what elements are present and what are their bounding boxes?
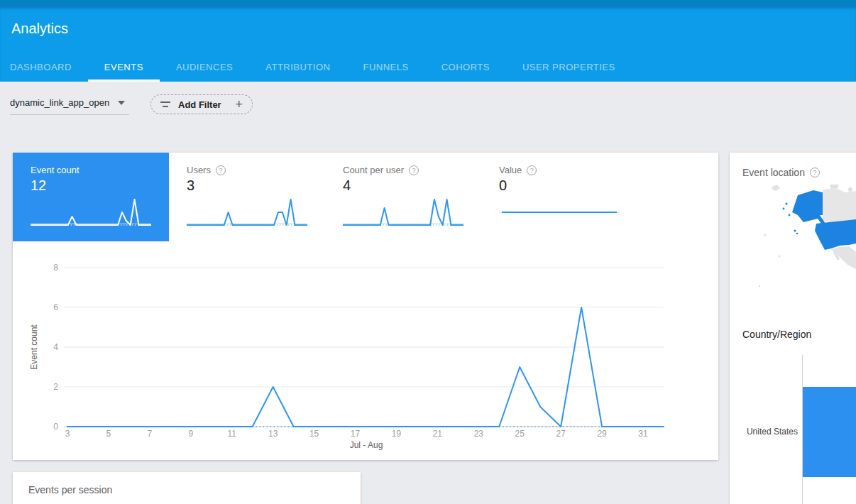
world-map[interactable] bbox=[730, 185, 856, 337]
event-selector-value: dynamic_link_app_open bbox=[10, 97, 109, 108]
svg-text:2: 2 bbox=[53, 382, 58, 392]
metric-tile-event-count[interactable]: Event count 12 bbox=[13, 153, 169, 241]
event-location-title: Event location bbox=[742, 167, 805, 178]
svg-text:7: 7 bbox=[148, 429, 153, 439]
country-region-label: Country/Region bbox=[742, 329, 811, 340]
event-count-line-chart[interactable]: 0246835791113151719212325272931Jul - Aug… bbox=[13, 252, 718, 460]
metric-tile-count-per-user[interactable]: Count per user ? 4 bbox=[325, 153, 481, 241]
svg-text:3: 3 bbox=[65, 429, 70, 439]
svg-text:29: 29 bbox=[597, 429, 607, 439]
event-selector-dropdown[interactable]: dynamic_link_app_open bbox=[10, 97, 129, 115]
map-land-canada bbox=[823, 188, 856, 223]
svg-text:15: 15 bbox=[309, 429, 319, 439]
map-region-united-states bbox=[815, 219, 856, 250]
help-icon[interactable]: ? bbox=[810, 168, 820, 177]
svg-text:19: 19 bbox=[392, 429, 402, 439]
svg-text:31: 31 bbox=[638, 429, 648, 439]
united-states-bar[interactable] bbox=[803, 387, 856, 477]
event-detail-card: Event count 12 Users ? 3 Count per user … bbox=[13, 153, 718, 460]
metric-label: Users bbox=[187, 165, 211, 175]
svg-text:6: 6 bbox=[53, 302, 58, 312]
tab-audiences[interactable]: AUDIENCES bbox=[160, 55, 249, 82]
svg-text:11: 11 bbox=[227, 429, 236, 439]
filter-bar: dynamic_link_app_open Add Filter + bbox=[0, 82, 856, 131]
map-land-chukotka bbox=[772, 185, 780, 191]
svg-text:25: 25 bbox=[515, 429, 525, 439]
svg-text:9: 9 bbox=[188, 429, 193, 439]
help-icon[interactable]: ? bbox=[527, 165, 537, 175]
sparkline-count-per-user bbox=[343, 197, 463, 229]
map-small-islands bbox=[759, 234, 781, 287]
filter-icon bbox=[160, 101, 170, 108]
tab-dashboard[interactable]: DASHBOARD bbox=[0, 55, 88, 82]
svg-text:21: 21 bbox=[433, 429, 443, 439]
svg-text:Jul - Aug: Jul - Aug bbox=[350, 440, 383, 450]
map-region-alaska bbox=[792, 190, 827, 227]
metric-label: Value bbox=[499, 165, 522, 175]
tab-attribution[interactable]: ATTRIBUTION bbox=[249, 55, 346, 82]
metric-label: Count per user bbox=[343, 165, 404, 175]
sparkline-value bbox=[499, 197, 620, 229]
svg-text:27: 27 bbox=[556, 429, 566, 439]
events-per-session-card: Events per session bbox=[13, 472, 361, 504]
metric-value: 4 bbox=[343, 177, 463, 194]
metric-value: 12 bbox=[31, 177, 151, 194]
svg-text:8: 8 bbox=[53, 263, 58, 273]
plus-icon: + bbox=[235, 98, 243, 111]
metric-tiles-row: Event count 12 Users ? 3 Count per user … bbox=[13, 153, 718, 241]
tab-user-properties[interactable]: USER PROPERTIES bbox=[506, 55, 632, 82]
sparkline-event-count bbox=[31, 197, 151, 229]
tab-events[interactable]: EVENTS bbox=[88, 55, 160, 82]
svg-text:Event count: Event count bbox=[29, 324, 39, 370]
svg-text:13: 13 bbox=[268, 429, 278, 439]
tab-cohorts[interactable]: COHORTS bbox=[425, 55, 506, 82]
chevron-down-icon bbox=[118, 101, 125, 105]
svg-text:5: 5 bbox=[106, 429, 111, 439]
svg-text:17: 17 bbox=[351, 429, 361, 439]
tab-funnels[interactable]: FUNNELS bbox=[346, 55, 424, 82]
united-states-bar-label: United States bbox=[730, 427, 798, 437]
event-location-card: Event location ? Country/Region bbox=[730, 153, 856, 504]
app-header: Analytics DASHBOARD EVENTS AUDIENCES ATT… bbox=[0, 7, 856, 82]
help-icon[interactable]: ? bbox=[216, 165, 226, 175]
svg-text:23: 23 bbox=[474, 429, 484, 439]
sparkline-users bbox=[187, 197, 307, 229]
svg-text:4: 4 bbox=[53, 342, 58, 352]
events-per-session-title: Events per session bbox=[28, 484, 112, 495]
add-filter-button[interactable]: Add Filter + bbox=[150, 94, 253, 114]
svg-text:0: 0 bbox=[53, 422, 58, 432]
map-land-mexico bbox=[831, 246, 856, 269]
metric-label: Event count bbox=[31, 165, 79, 175]
metric-value: 0 bbox=[499, 177, 620, 194]
help-icon[interactable]: ? bbox=[409, 165, 419, 175]
metric-tile-value[interactable]: Value ? 0 bbox=[481, 153, 637, 241]
metric-tile-users[interactable]: Users ? 3 bbox=[169, 153, 325, 241]
metric-value: 3 bbox=[187, 177, 307, 194]
page-title: Analytics bbox=[11, 21, 68, 37]
tab-bar: DASHBOARD EVENTS AUDIENCES ATTRIBUTION F… bbox=[0, 55, 632, 82]
browser-status-strip bbox=[0, 0, 856, 7]
